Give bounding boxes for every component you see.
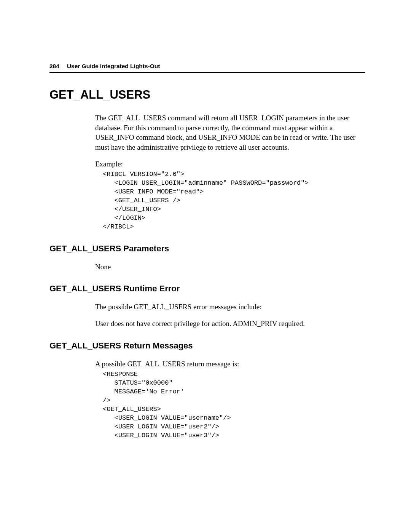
runtime-text-1: The possible GET_ALL_USERS error message… (95, 302, 365, 312)
runtime-text-2: User does not have correct privilege for… (95, 319, 365, 329)
section-title: GET_ALL_USERS (49, 88, 365, 102)
doc-title: User Guide Integrated Lights-Out (67, 63, 160, 70)
page-number: 284 (49, 63, 59, 70)
example-code-block: <RIBCL VERSION="2.0"> <LOGIN USER_LOGIN=… (103, 170, 365, 232)
example-label: Example: (95, 159, 365, 169)
page-header: 284 User Guide Integrated Lights-Out (49, 63, 365, 73)
intro-paragraph: The GET_ALL_USERS command will return al… (95, 113, 365, 152)
subsection-return-title: GET_ALL_USERS Return Messages (49, 341, 365, 351)
return-code-block: <RESPONSE STATUS="0x0000" MESSAGE='No Er… (103, 370, 365, 440)
return-text: A possible GET_ALL_USERS return message … (95, 359, 365, 369)
subsection-parameters-title: GET_ALL_USERS Parameters (49, 244, 365, 254)
subsection-runtime-title: GET_ALL_USERS Runtime Error (49, 284, 365, 294)
parameters-text: None (95, 262, 365, 272)
